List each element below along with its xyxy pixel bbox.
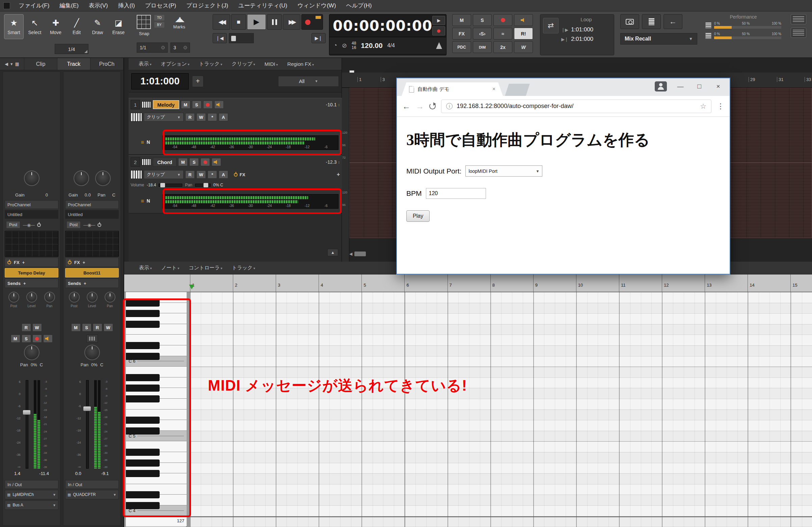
profile-icon[interactable] <box>655 81 667 91</box>
track-name[interactable]: Chord <box>153 158 176 167</box>
gain-knob[interactable] <box>74 171 89 186</box>
pan-knob[interactable] <box>95 171 111 186</box>
time-record-button[interactable] <box>432 26 445 35</box>
fast-forward-button[interactable]: ▶▶ <box>283 14 300 30</box>
clip-menu[interactable]: クリップ▼ <box>144 113 184 122</box>
trackpane-menu[interactable]: クリップ <box>227 61 260 67</box>
freeze-button[interactable]: * <box>207 113 217 121</box>
monitor-button[interactable] <box>514 14 533 26</box>
prochannel-header[interactable]: ProChannel <box>5 200 58 209</box>
new-tab-button[interactable] <box>505 84 530 96</box>
automation-lane-icon[interactable]: ≡ <box>141 198 144 204</box>
resize-icon[interactable]: ↕ <box>338 103 340 107</box>
tab-proch[interactable]: ProCh <box>90 58 124 70</box>
send-level-knob[interactable] <box>26 292 37 302</box>
browser-tab[interactable]: 自動作曲 デモ × <box>402 82 503 96</box>
tab-track[interactable]: Track <box>57 58 90 70</box>
browser-titlebar[interactable]: 自動作曲 デモ × — □ × <box>397 78 730 96</box>
power-icon[interactable] <box>37 223 41 227</box>
chevron-down-icon[interactable]: ▾ <box>11 61 13 67</box>
loop-icon[interactable]: ⇄ <box>543 18 559 33</box>
trackpane-menu[interactable]: MIDI <box>260 61 282 67</box>
clip-menu[interactable]: クリップ▼ <box>144 170 184 179</box>
piano-key-black[interactable] <box>126 299 160 306</box>
menubar-item[interactable]: ヘルプ(H) <box>341 0 377 11</box>
meter-view-icon[interactable] <box>791 28 806 38</box>
time-format-button[interactable]: ▶ <box>432 16 445 25</box>
add-fx-button[interactable]: + <box>337 171 340 177</box>
piano-key-black[interactable] <box>126 470 160 477</box>
minimize-button[interactable]: — <box>671 80 689 92</box>
write-automation-button[interactable]: W <box>104 324 113 331</box>
write-automation-button[interactable]: W <box>197 171 206 179</box>
pianoroll-menu[interactable]: ノート <box>157 265 184 271</box>
fx-power-icon[interactable] <box>8 261 11 264</box>
snap-marks-value[interactable]: 3 <box>171 43 190 53</box>
browser-menu-icon[interactable]: ⋮ <box>717 102 724 111</box>
revert-mix-button[interactable]: ← <box>664 14 682 29</box>
rewind-button[interactable]: ◀◀ <box>213 14 230 30</box>
bookmark-star-icon[interactable]: ☆ <box>700 102 706 110</box>
trackpane-menu[interactable]: Region FX <box>282 61 319 67</box>
marks-icon[interactable]: ◢◣ <box>175 15 183 23</box>
output-selector[interactable]: ▦ Bus A ▼ <box>5 500 58 510</box>
menubar-item[interactable]: 表示(V) <box>84 0 113 11</box>
send-post-knob[interactable] <box>69 292 79 302</box>
menubar-item[interactable]: ファイル(F) <box>14 0 54 11</box>
fx-power-icon[interactable] <box>234 173 237 176</box>
piano-key-black[interactable] <box>126 502 160 509</box>
forward-button[interactable]: → <box>416 102 424 111</box>
bypass-icon[interactable]: —◉— <box>23 223 34 228</box>
add-send-button[interactable]: + <box>23 281 26 286</box>
mute-percent-icon[interactable]: ⊘ <box>342 42 347 49</box>
tool-select[interactable]: ↖Select <box>25 14 45 39</box>
monitor-button[interactable] <box>43 334 53 343</box>
dim-solo-button[interactable]: DIM <box>473 41 492 53</box>
back-button[interactable]: ← <box>402 102 410 111</box>
mute-button[interactable]: M <box>178 158 188 166</box>
resize-icon[interactable]: ↕ <box>338 160 340 164</box>
tab-clip[interactable]: Clip <box>24 58 57 70</box>
metronome-icon[interactable] <box>436 42 442 49</box>
post-button[interactable]: Post <box>67 221 81 229</box>
track-row-chord[interactable]: 2 Chord M S -12.3↕ クリップ▼ R W * A FX <box>129 155 342 213</box>
send-post-knob[interactable] <box>9 292 19 302</box>
screenset-icon[interactable] <box>791 14 806 24</box>
track-row-melody[interactable]: 1 Melody R M S -10.1↕ クリップ▼ R W * A ≡ <box>129 98 342 155</box>
go-to-end-button[interactable]: ▶❘ <box>311 33 326 43</box>
pan-slider[interactable] <box>195 184 211 187</box>
snapshot-button[interactable] <box>620 14 639 29</box>
piano-key-black[interactable] <box>126 342 160 349</box>
piano-key-black[interactable] <box>126 449 160 455</box>
controller-pane-divider[interactable] <box>124 516 812 517</box>
menubar-item[interactable]: ユーティリティ(U) <box>233 0 292 11</box>
solo-button[interactable]: S <box>189 158 199 166</box>
gain-knob[interactable] <box>24 171 40 186</box>
trackpane-menu[interactable]: 表示 <box>134 61 156 67</box>
read-automation-button[interactable]: R <box>185 171 195 179</box>
pdc-button[interactable]: PDC <box>452 41 471 53</box>
reload-button[interactable] <box>429 103 436 109</box>
monitor-button[interactable] <box>212 158 221 166</box>
scroll-left-icon[interactable]: ◀ <box>349 252 352 256</box>
tool-move[interactable]: ✚Move <box>46 14 66 39</box>
tool-edit[interactable]: ╱Edit <box>67 14 86 39</box>
piano-key-black[interactable] <box>126 395 160 402</box>
power-icon[interactable] <box>98 223 101 227</box>
loop-end-time[interactable]: 2:01:000 <box>571 36 593 43</box>
add-track-button[interactable]: + <box>192 76 203 87</box>
post-button[interactable]: Post <box>6 221 20 229</box>
write-automation-button[interactable]: W <box>32 324 42 331</box>
piano-key-black[interactable] <box>126 459 160 466</box>
write-automation-button[interactable]: W <box>197 113 206 121</box>
arm-record-button[interactable] <box>32 334 42 343</box>
mix-scenes-button[interactable] <box>642 14 661 29</box>
menubar-item[interactable]: 編集(E) <box>54 0 84 11</box>
monitor-button[interactable] <box>214 101 224 109</box>
pan-knob[interactable] <box>84 345 100 360</box>
add-send-button[interactable]: + <box>84 281 86 286</box>
add-fx-button[interactable]: + <box>83 260 85 265</box>
piano-key-black[interactable] <box>126 385 160 391</box>
solo-button[interactable]: S <box>192 101 202 109</box>
volume-slider[interactable] <box>159 184 182 187</box>
